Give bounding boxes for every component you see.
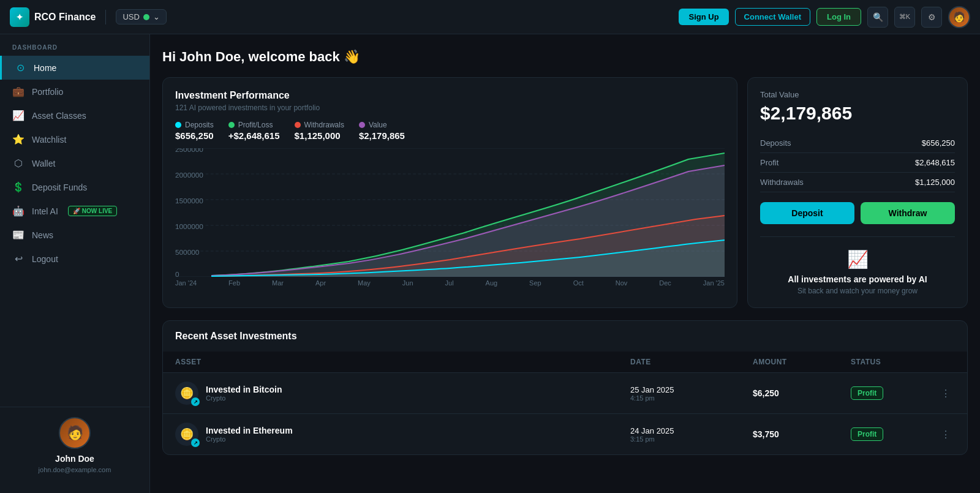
deposits-value: $656,250 (175, 130, 214, 141)
header-left: ✦ RCO Finance USD ⌄ (10, 7, 167, 27)
date-cell-ethereum: 24 Jan 2025 3:15 pm (630, 426, 753, 443)
news-icon: 📰 (12, 229, 24, 241)
col-date: Date (630, 358, 753, 366)
intel-ai-icon: 🤖 (12, 205, 24, 217)
profit-row-label: Profit (760, 158, 778, 167)
currency-dot (143, 14, 149, 20)
total-value-label: Total Value (760, 90, 955, 99)
amount-ethereum: $3,750 (753, 429, 851, 439)
rocket-icon: 🚀 (73, 208, 80, 214)
x-label-jul: Jul (445, 279, 454, 287)
date-bitcoin: 25 Jan 2025 (630, 385, 753, 394)
sidebar-item-portfolio[interactable]: 💼 Portfolio (0, 80, 149, 103)
legend-withdrawals: Withdrawals $1,125,000 (295, 121, 344, 141)
col-amount: Amount (753, 358, 851, 366)
action-buttons: Deposit Withdraw (760, 202, 955, 224)
value-label: Value (369, 121, 387, 129)
sidebar-item-wallet[interactable]: ⬡ Wallet (0, 151, 149, 175)
total-value-card: Total Value $2,179,865 Deposits $656,250… (747, 77, 968, 308)
header: ✦ RCO Finance USD ⌄ Sign Up Connect Wall… (0, 0, 980, 34)
value-amount: $2,179,865 (359, 130, 405, 141)
date-ethereum: 24 Jan 2025 (630, 426, 753, 435)
x-label-sep: Sep (529, 279, 541, 287)
sidebar-item-home[interactable]: ⊙ Home (0, 56, 149, 80)
asset-cell-ethereum: 🪙 ↗ Invested in Ethereum Crypto (175, 423, 630, 446)
ai-promo-sub: Sit back and watch your money grow (760, 287, 955, 295)
asset-name-bitcoin: Invested in Bitcoin (206, 385, 282, 394)
header-right: Sign Up Connect Wallet Log In 🔍 ⌘K ⚙ 🧑 (679, 6, 970, 28)
deposit-button[interactable]: Deposit (760, 202, 854, 224)
signup-button[interactable]: Sign Up (679, 9, 728, 25)
x-label-dec: Dec (659, 279, 671, 287)
currency-selector[interactable]: USD ⌄ (116, 9, 166, 24)
svg-text:1000000: 1000000 (175, 224, 203, 230)
asset-arrow-badge: ↗ (191, 397, 200, 406)
layout: DASHBOARD ⊙ Home 💼 Portfolio 📈 Asset Cla… (0, 34, 980, 493)
connect-wallet-button[interactable]: Connect Wallet (735, 8, 810, 26)
asset-name-ethereum: Invested in Ethereum (206, 426, 293, 435)
svg-text:0: 0 (175, 271, 179, 277)
withdrawals-label: Withdrawals (304, 121, 344, 129)
sidebar-user-name: John Doe (55, 454, 94, 464)
profit-dot (228, 122, 235, 128)
sidebar-item-watchlist[interactable]: ⭐ Watchlist (0, 127, 149, 151)
sidebar-item-deposit-funds[interactable]: 💲 Deposit Funds (0, 175, 149, 199)
sidebar-item-intel-ai[interactable]: 🤖 Intel AI 🚀 NOW LIVE (0, 199, 149, 223)
sidebar-item-asset-classes[interactable]: 📈 Asset Classes (0, 103, 149, 127)
dashboard-grid: Investment Performance 121 AI powered in… (162, 77, 968, 308)
svg-text:2500000: 2500000 (175, 148, 203, 153)
more-options-button-ethereum[interactable]: ⋮ (937, 429, 955, 440)
profit-row: Profit $2,648,615 (760, 153, 955, 173)
status-cell-ethereum: Profit (851, 427, 937, 441)
ethereum-symbol: 🪙 (180, 427, 194, 441)
user-avatar[interactable]: 🧑 (948, 6, 970, 28)
search-button[interactable]: 🔍 (867, 7, 888, 28)
watchlist-icon: ⭐ (12, 134, 24, 145)
profit-label: Profit/Loss (238, 121, 273, 129)
currency-label: USD (123, 12, 139, 21)
legend-profit: Profit/Loss +$2,648,615 (228, 121, 280, 141)
sidebar-item-logout[interactable]: ↩ Logout (0, 247, 149, 271)
x-label-apr: Apr (315, 279, 326, 287)
x-label-feb: Feb (228, 279, 240, 287)
withdrawals-value: $1,125,000 (295, 130, 344, 141)
chart-subtitle: 121 AI powered investments in your portf… (175, 103, 725, 112)
recent-investments-card: Recent Asset Investments Asset Date Amou… (162, 320, 968, 455)
table-row: 🪙 ↗ Invested in Bitcoin Crypto 25 Jan 20… (163, 372, 967, 413)
sidebar-spacer (0, 271, 149, 407)
table-header: Asset Date Amount Status (163, 352, 967, 372)
login-button[interactable]: Log In (816, 8, 861, 26)
home-icon: ⊙ (14, 62, 26, 73)
profit-value: +$2,648,615 (228, 130, 280, 141)
svg-text:1500000: 1500000 (175, 198, 203, 205)
logo: ✦ RCO Finance (10, 7, 96, 27)
withdrawals-dot (295, 122, 301, 128)
x-label-may: May (358, 279, 371, 287)
more-options-button-bitcoin[interactable]: ⋮ (937, 388, 955, 399)
col-actions (937, 358, 955, 366)
sidebar-user-avatar: 🧑 (59, 417, 91, 449)
bitcoin-icon: 🪙 ↗ (175, 382, 198, 405)
col-status: Status (851, 358, 937, 366)
chevron-down-icon: ⌄ (153, 12, 160, 21)
sidebar-item-label: Intel AI (32, 206, 58, 216)
withdraw-button[interactable]: Withdraw (861, 202, 955, 224)
asset-info-eth: Invested in Ethereum Crypto (206, 426, 293, 443)
sidebar-item-news[interactable]: 📰 News (0, 223, 149, 247)
keyboard-shortcut-label: ⌘K (899, 13, 910, 21)
x-label-oct: Oct (573, 279, 584, 287)
now-live-badge: 🚀 NOW LIVE (68, 206, 117, 216)
x-label-mar: Mar (272, 279, 284, 287)
sidebar-item-label: Logout (32, 254, 58, 264)
x-label-jan25: Jan '25 (703, 279, 725, 287)
settings-icon: ⚙ (928, 12, 936, 22)
sidebar-item-label: Asset Classes (32, 111, 86, 121)
deposits-row-label: Deposits (760, 138, 791, 148)
value-dot (359, 122, 365, 128)
asset-classes-icon: 📈 (12, 110, 24, 121)
status-badge-bitcoin: Profit (851, 386, 883, 400)
x-label-nov: Nov (616, 279, 628, 287)
total-value-amount: $2,179,865 (760, 103, 955, 124)
settings-button[interactable]: ⚙ (921, 7, 942, 28)
keyboard-shortcut-button[interactable]: ⌘K (894, 7, 915, 28)
